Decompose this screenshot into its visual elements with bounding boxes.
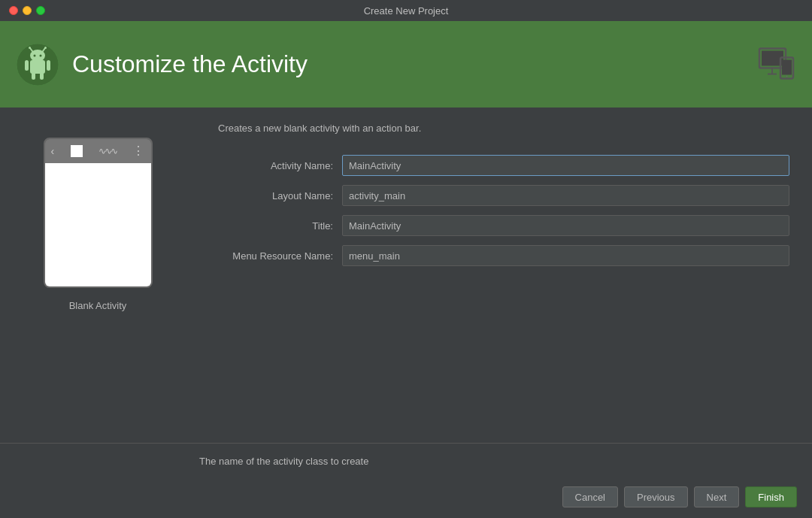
phone-menu-icon: ⋮ bbox=[132, 145, 144, 157]
menu-resource-input[interactable] bbox=[342, 245, 789, 266]
preview-label: Blank Activity bbox=[69, 300, 127, 311]
menu-resource-label: Menu Resource Name: bbox=[218, 250, 342, 262]
close-button[interactable] bbox=[9, 6, 18, 15]
left-panel: ‹ ∿∿∿ ⋮ Blank Activity bbox=[0, 123, 195, 458]
svg-point-19 bbox=[786, 75, 788, 77]
form-row-activity-name: Activity Name: bbox=[218, 155, 789, 176]
window-title: Create New Project bbox=[364, 5, 449, 17]
layout-name-label: Layout Name: bbox=[218, 190, 342, 201]
android-studio-logo bbox=[15, 42, 60, 87]
form-fields: Activity Name: Layout Name: Title: Menu … bbox=[218, 155, 789, 266]
svg-rect-18 bbox=[782, 59, 792, 74]
phone-top-bar: ‹ ∿∿∿ ⋮ bbox=[45, 139, 151, 163]
form-row-title: Title: bbox=[218, 215, 789, 236]
phone-preview: ‹ ∿∿∿ ⋮ bbox=[44, 138, 153, 288]
previous-button[interactable]: Previous bbox=[624, 486, 688, 507]
form-row-layout-name: Layout Name: bbox=[218, 185, 789, 206]
activity-name-label: Activity Name: bbox=[218, 160, 342, 171]
window-controls[interactable] bbox=[9, 6, 45, 15]
title-bar: Create New Project bbox=[0, 0, 812, 21]
device-preview-icon bbox=[756, 42, 797, 86]
phone-body bbox=[45, 163, 151, 286]
maximize-button[interactable] bbox=[36, 6, 45, 15]
activity-name-input[interactable] bbox=[342, 155, 789, 176]
finish-button[interactable]: Finish bbox=[745, 486, 797, 507]
svg-rect-11 bbox=[32, 72, 35, 80]
svg-rect-12 bbox=[40, 72, 44, 80]
description-text: Creates a new blank activity with an act… bbox=[218, 123, 789, 134]
minimize-button[interactable] bbox=[23, 6, 32, 15]
layout-name-input[interactable] bbox=[342, 185, 789, 206]
bottom-section: The name of the activity class to create… bbox=[0, 443, 812, 518]
svg-rect-9 bbox=[25, 60, 29, 71]
title-label: Title: bbox=[218, 220, 342, 232]
next-button[interactable]: Next bbox=[694, 486, 740, 507]
title-input[interactable] bbox=[342, 215, 789, 236]
phone-squiggle-icon: ∿∿∿ bbox=[98, 146, 117, 156]
svg-point-5 bbox=[44, 47, 47, 49]
phone-arrow-icon: ‹ bbox=[51, 145, 55, 157]
cancel-button[interactable]: Cancel bbox=[562, 486, 618, 507]
right-panel: Creates a new blank activity with an act… bbox=[195, 123, 812, 458]
button-bar: Cancel Previous Next Finish bbox=[0, 479, 812, 515]
page-title: Customize the Activity bbox=[72, 50, 308, 78]
main-content: ‹ ∿∿∿ ⋮ Blank Activity Creates a new bla… bbox=[0, 108, 812, 473]
svg-rect-10 bbox=[47, 60, 50, 71]
svg-point-7 bbox=[40, 54, 42, 56]
phone-square-icon bbox=[71, 145, 83, 157]
svg-rect-8 bbox=[30, 60, 45, 74]
header: Customize the Activity bbox=[0, 21, 812, 108]
svg-point-6 bbox=[34, 54, 36, 56]
hint-text: The name of the activity class to create bbox=[0, 443, 812, 479]
svg-point-3 bbox=[29, 47, 31, 49]
form-row-menu-resource: Menu Resource Name: bbox=[218, 245, 789, 266]
